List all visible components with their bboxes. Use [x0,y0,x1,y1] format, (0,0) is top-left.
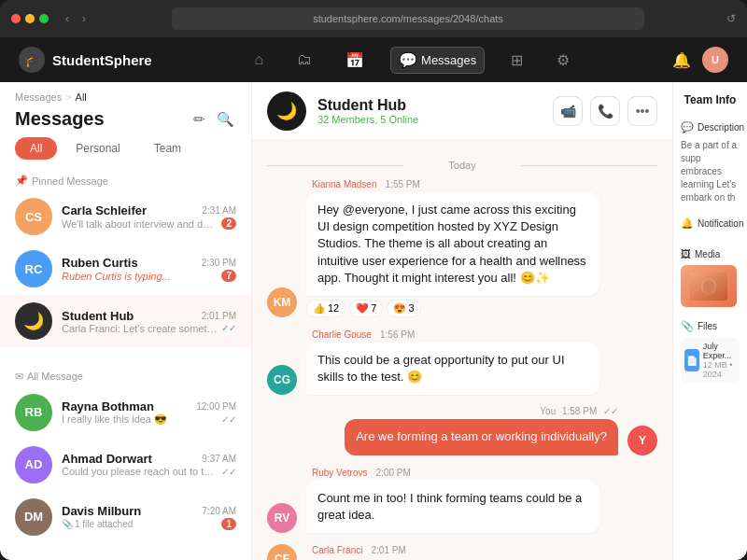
description-header: 💬 Description [681,121,740,133]
sidebar-title: Messages [15,108,105,130]
logo-icon: 🎓 [19,47,45,73]
nav-folder[interactable]: 🗂 [289,48,319,72]
filter-all-tab[interactable]: All [15,137,57,160]
message-sender-charlie: Charlie Gouse 1:56 PM [306,329,599,340]
chat-name-hub: Student Hub [62,309,134,323]
chat-item-rayna[interactable]: RB Rayna Bothman 12:00 PM I really like … [0,386,251,439]
double-check-icon: ✓✓ [603,406,618,416]
avatar-rayna: RB [15,394,52,431]
messages-icon: 💬 [399,51,417,69]
edit-button[interactable]: ✏ [191,109,207,130]
browser-chrome: ‹ › studentsphere.com/messages/2048/chat… [0,0,747,37]
brand-name: StudentSphere [52,52,152,68]
voice-call-button[interactable]: 📞 [590,96,620,126]
pin-icon: 📌 [15,175,28,187]
nav-calendar[interactable]: 📅 [338,48,372,73]
sidebar-header: Messages ✏ 🔍 [0,103,251,137]
all-message-icon: ✉ [15,371,23,383]
home-icon: ⌂ [254,51,263,68]
chat-info-rayna: Rayna Bothman 12:00 PM I really like thi… [62,399,236,426]
nav-layout[interactable]: ⊞ [503,48,530,73]
notification-bell-icon[interactable]: 🔔 [672,51,691,69]
nav-home[interactable]: ⌂ [247,48,271,72]
chat-item-ruben[interactable]: RC Ruben Curtis 2:30 PM Ruben Curtis is … [0,243,251,295]
reaction-thumbs[interactable]: 👍 12 [306,300,345,317]
chat-time-davis: 7:20 AM [202,506,236,516]
chat-preview-rayna: I really like this idea 😎 ✓✓ [62,413,236,426]
nav-right: 🔔 U [672,47,728,73]
avatar-carla: CS [15,198,52,235]
video-call-button[interactable]: 📹 [553,96,583,126]
message-bubble-kianna: Hey @everyone, I just came across this e… [306,192,599,296]
own-message-label: You 1:58 PM ✓✓ [345,406,618,416]
forward-button[interactable]: › [78,10,90,27]
chat-preview-carla: We'll talk about interview and desi... 2 [62,217,236,230]
chat-name-row-ruben: Ruben Curtis 2:30 PM [62,256,236,270]
close-button[interactable] [11,14,21,23]
files-header: 📎 Files [681,320,740,332]
sidebar-actions: ✏ 🔍 [191,109,236,130]
more-options-button[interactable]: ••• [627,96,657,126]
nav-messages[interactable]: 💬 Messages [390,47,485,74]
chat-item-davis[interactable]: DM Davis Milburn 7:20 AM 📎 1 file attach… [0,491,251,543]
settings-icon: ⚙ [557,51,570,69]
message-group-charlie: CG Charlie Gouse 1:56 PM This could be a… [267,329,657,395]
pinned-chat-list: CS Carla Schleifer 2:31 AM We'll talk ab… [0,190,251,365]
chat-time-ahmad: 9:37 AM [202,454,236,464]
chat-header: 🌙 Student Hub 32 Members, 5 Online 📹 📞 •… [252,82,672,141]
reaction-eyes[interactable]: 😍 3 [387,300,420,317]
chat-header-info: Student Hub 32 Members, 5 Online [317,97,542,125]
media-thumbnail[interactable] [681,265,737,307]
user-avatar[interactable]: U [702,47,728,73]
breadcrumb-current: All [76,91,87,103]
chat-item-carla[interactable]: CS Carla Schleifer 2:31 AM We'll talk ab… [0,190,251,243]
folder-icon: 🗂 [297,51,312,68]
message-bubble-own: Are we forming a team or working individ… [345,419,618,455]
back-button[interactable]: ‹ [62,10,73,27]
notification-header: 🔔 Notification [681,217,740,230]
chat-name-carla: Carla Schleifer [62,203,147,217]
message-reactions-kianna: 👍 12 ❤️ 7 😍 3 [306,300,599,317]
avatar-ruby: RV [267,503,297,533]
media-label: Media [695,249,720,259]
avatar-own: Y [627,426,657,455]
chat-preview-ruben: Ruben Curtis is typing... 7 [62,270,236,282]
chat-name-ruben: Ruben Curtis [62,256,138,270]
files-icon: 📎 [681,320,694,332]
avatar-charlie: CG [267,365,297,395]
filter-personal-tab[interactable]: Personal [61,137,134,160]
file-item[interactable]: 📄 July Exper... 12 MB • 2024 [681,338,740,383]
minimize-button[interactable] [25,14,35,23]
app-body: Messages > All Messages ✏ 🔍 All Personal… [0,82,747,560]
breadcrumb-separator: > [65,91,71,103]
breadcrumb: Messages > All [0,82,251,103]
chat-item-ahmad[interactable]: AD Ahmad Dorwart 9:37 AM Could you pleas… [0,439,251,491]
chat-info-carla: Carla Schleifer 2:31 AM We'll talk about… [62,203,236,230]
messages-container[interactable]: Today KM Kianna Madsen 1:55 PM Hey @ever… [252,141,672,560]
browser-controls: ‹ › [62,10,90,27]
filter-team-tab[interactable]: Team [139,137,196,160]
maximize-button[interactable] [39,14,49,23]
message-bubble-ruby: Count me in too! I think forming teams c… [306,481,599,533]
chat-info-davis: Davis Milburn 7:20 AM 📎 1 file attached … [62,504,236,530]
message-sender-carla-f: Carla Franci 2:01 PM [306,544,406,555]
badge-carla: 2 [221,217,236,230]
avatar-carla-f: CF [267,544,297,560]
description-label: Description [698,122,744,133]
chat-name-row-carla: Carla Schleifer 2:31 AM [62,203,236,217]
message-content-kianna: Kianna Madsen 1:55 PM Hey @everyone, I j… [306,178,599,317]
avatar-ruben: RC [15,250,52,287]
chat-name-rayna: Rayna Bothman [62,399,154,413]
chat-time-carla: 2:31 AM [202,205,236,216]
nav-settings[interactable]: ⚙ [549,48,577,73]
search-button[interactable]: 🔍 [215,109,236,130]
reaction-heart[interactable]: ❤️ 7 [349,300,383,317]
reload-button[interactable]: ↺ [726,12,736,25]
chat-item-hub[interactable]: 🌙 Student Hub 2:01 PM Carla Franci: Let'… [0,295,251,347]
chat-preview-hub: Carla Franci: Let's create somethi... ✓✓ [62,323,236,334]
traffic-lights [11,14,49,23]
address-bar[interactable]: studentsphere.com/messages/2048/chats [172,7,644,30]
badge-davis: 1 [221,518,236,530]
check-rayna: ✓✓ [221,414,236,425]
nav-items: ⌂ 🗂 📅 💬 Messages ⊞ ⚙ [247,47,577,74]
